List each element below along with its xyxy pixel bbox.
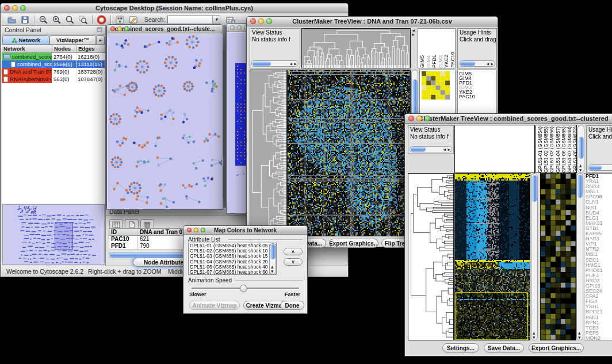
gene-label[interactable]: MON2 — [586, 336, 612, 340]
zoom-button[interactable] — [124, 26, 129, 31]
close-button[interactable] — [250, 18, 256, 24]
gene-label[interactable]: PAC10 — [458, 94, 496, 99]
overview-grid-icon[interactable] — [113, 14, 127, 25]
birdseye-overview-panel[interactable] — [2, 204, 105, 265]
gene-label[interactable]: TCB3 — [586, 325, 612, 331]
zoom-heatmap-canvas[interactable] — [541, 174, 576, 340]
correlation-matrix-canvas[interactable] — [422, 71, 450, 99]
gene-label[interactable]: PFD1 — [586, 174, 612, 179]
search-input[interactable]: ▼ — [167, 16, 220, 24]
open-session-button[interactable] — [5, 14, 18, 25]
gene-label[interactable]: PUF3 — [586, 273, 612, 278]
minimize-button[interactable] — [416, 116, 422, 121]
zoom-button[interactable] — [20, 5, 26, 11]
attribute-list-item[interactable]: GPL51-01 (GSM854) heat shock 05 min — [190, 243, 276, 248]
gene-label[interactable]: SPC98 — [586, 194, 612, 200]
move-up-button[interactable]: Λ — [284, 248, 303, 255]
gene-label[interactable]: BUD4 — [586, 210, 612, 216]
close-button[interactable] — [110, 26, 115, 31]
zoom-out-icon[interactable] — [37, 14, 50, 25]
gene-label[interactable]: PAN1 — [586, 315, 612, 320]
row-dendrogram-pane[interactable] — [250, 70, 287, 236]
gene-label[interactable]: RNR4 — [586, 184, 612, 189]
move-down-button[interactable]: V — [284, 258, 303, 266]
network-list-row[interactable]: DNA and Tran 07 769(0) 183728(0) — [2, 68, 105, 75]
search-dropdown-button[interactable]: ▼ — [212, 16, 220, 24]
gene-label[interactable]: HRD3 — [586, 278, 612, 283]
minimize-button[interactable] — [258, 18, 264, 24]
gene-label[interactable]: PEP5 — [586, 331, 612, 336]
gene-label[interactable]: RPN1 — [586, 320, 612, 325]
zoom-fit-icon[interactable] — [63, 14, 76, 25]
view-status-hscrollbar[interactable]: ◀▶ — [410, 146, 452, 152]
column-dendrogram-pane[interactable] — [301, 28, 411, 68]
gene-label[interactable]: YSH1 — [586, 304, 612, 309]
close-button[interactable] — [187, 228, 192, 232]
save-session-button[interactable] — [18, 14, 32, 25]
gene-label[interactable]: MSL1 — [586, 189, 612, 194]
column-dendrogram-canvas[interactable] — [302, 29, 410, 68]
gene-label[interactable]: HAP3 — [586, 236, 612, 242]
attribute-list-item[interactable]: GPL51-07 (GSM868) heat shock 60 min — [190, 270, 276, 275]
network-view-canvas[interactable] — [108, 34, 222, 209]
global-heatmap-canvas[interactable] — [455, 174, 530, 340]
minimize-button[interactable] — [237, 25, 242, 30]
gene-label[interactable]: PHO81 — [586, 268, 612, 273]
attribute-list-item[interactable]: GPL51-04 (GSM857) heat shock 20 min — [190, 259, 276, 265]
export-graphics-button[interactable]: Export Graphics... — [329, 239, 378, 248]
gene-label[interactable]: YRA1 — [586, 179, 612, 184]
gene-label[interactable]: RPO21 — [586, 309, 612, 315]
done-button[interactable]: Done — [280, 301, 304, 310]
zoom-button[interactable] — [201, 228, 205, 232]
gene-label[interactable]: GPI16 — [586, 283, 612, 289]
zoom-in-icon[interactable] — [50, 14, 63, 25]
gene-label[interactable]: NIS1 — [586, 205, 612, 210]
network-list-row[interactable]: RNAPuberNov2+ 563(0) 107847(0) — [2, 75, 105, 83]
dialog-titlebar[interactable]: Map Colors to Network — [183, 226, 307, 235]
gene-label[interactable]: FIG4 — [586, 299, 612, 304]
main-titlebar[interactable]: Cytoscape Desktop (Session Name: collins… — [1, 3, 348, 13]
minimize-button[interactable] — [194, 228, 198, 232]
gene-label[interactable]: MSI1 — [586, 252, 612, 257]
gene-label[interactable]: NTR2 — [586, 247, 612, 252]
tab-network[interactable]: Network — [2, 35, 49, 44]
settings-button[interactable]: Settings... — [442, 343, 479, 352]
gene-list-vscrollbar[interactable]: ▲▼ — [576, 173, 583, 340]
network-view-titlebar[interactable]: combined_scores_good.txt--cluste... — [107, 25, 223, 33]
zoom-button[interactable] — [424, 116, 430, 121]
heatmap-canvas[interactable] — [288, 70, 410, 236]
heatmap-pane[interactable] — [287, 70, 411, 236]
tabs-overflow-button[interactable]: ▶ — [96, 35, 105, 44]
gene-label[interactable]: CLN1 — [586, 200, 612, 205]
speed-slider-thumb[interactable] — [240, 285, 247, 292]
attribute-list-item[interactable]: GPL51-06 (GSM865) heat shock 40 min — [190, 265, 276, 270]
row-dendrogram-canvas[interactable] — [408, 174, 453, 340]
pan-arrows[interactable]: ◀▶ — [412, 29, 415, 36]
annotation-icon[interactable] — [127, 14, 140, 25]
zoom-button[interactable] — [266, 18, 272, 24]
zoom-selected-icon[interactable] — [76, 14, 90, 25]
global-heatmap-pane[interactable] — [454, 173, 530, 340]
gene-label[interactable]: GTB1 — [586, 226, 612, 231]
gene-label[interactable]: ELG1 — [586, 216, 612, 221]
gene-label[interactable]: CPA2 — [586, 294, 612, 299]
network-list-row[interactable]: combined_sco 2569(6) 13112(15) — [2, 60, 105, 68]
zoom-heatmap-pane[interactable] — [540, 173, 576, 340]
close-button[interactable] — [4, 5, 10, 11]
row-dendrogram-canvas[interactable] — [250, 70, 286, 236]
gene-label[interactable]: MAK31 — [586, 221, 612, 226]
usage-hints-hscrollbar[interactable]: ◀▶ — [459, 60, 495, 67]
attribute-list-item[interactable]: GPL51-02 (GSM855) heat shock 10 min — [190, 248, 276, 254]
gene-label[interactable]: HMG1 — [586, 263, 612, 268]
treeview1-titlebar[interactable]: ClusterMaker TreeView : DNA and Tran 07-… — [247, 17, 498, 26]
close-button[interactable] — [408, 116, 414, 121]
animate-vizmap-button[interactable]: Animate Vizmap — [189, 301, 240, 310]
column-dendrogram-pane[interactable] — [454, 125, 535, 173]
gene-label[interactable]: SEC24 — [586, 289, 612, 294]
minimize-button[interactable] — [12, 5, 18, 11]
gene-label[interactable]: VIP1 — [586, 242, 612, 247]
attribute-list-vscrollbar[interactable]: ▲▼ — [269, 243, 276, 274]
help-lifering-icon[interactable] — [95, 14, 108, 25]
export-graphics-button[interactable]: Export Graphics... — [529, 343, 584, 352]
birdseye-overview-canvas[interactable] — [3, 205, 104, 265]
